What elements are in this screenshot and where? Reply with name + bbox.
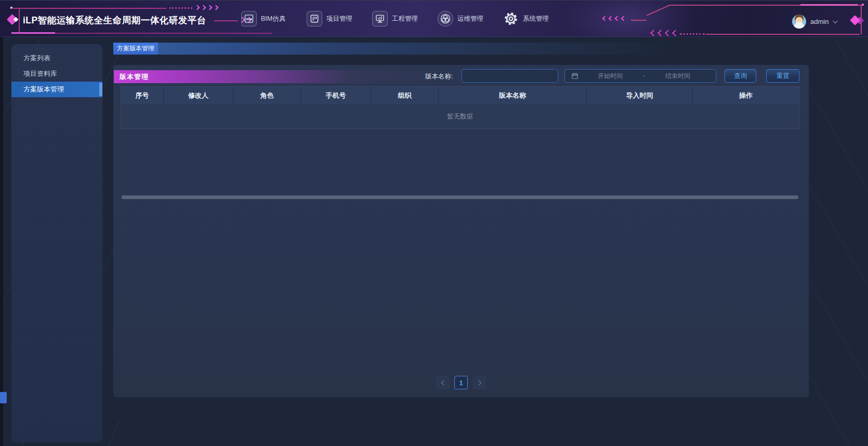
sidebar-menu: 方案列表 项目资料库 方案版本管理: [11, 44, 102, 442]
user-name: admin: [810, 18, 828, 25]
content-panel: 版本管理 版本名称: 开始时间 - 结束时间 查询 重置 序号 修改人 角色 手…: [113, 65, 809, 397]
pagination: 1: [436, 376, 486, 389]
top-nav: BIM BIM仿真 项目管理: [241, 10, 551, 28]
nav-label: 运维管理: [457, 15, 483, 23]
column-header-modifier: 修改人: [164, 87, 233, 104]
venn-circles-icon: [438, 11, 453, 27]
horizontal-scrollbar[interactable]: [122, 195, 798, 199]
column-header-organization: 组织: [371, 87, 439, 104]
monitor-chart-icon: [372, 11, 388, 27]
reset-button[interactable]: 重置: [766, 69, 799, 83]
application-window: iLP智能运输系统全生命周期一体化研发平台 BIM BIM仿真: [0, 0, 868, 446]
pagination-prev-button[interactable]: [436, 376, 450, 389]
version-name-label: 版本名称:: [425, 70, 453, 83]
decor-thick-segment-right: [800, 4, 858, 6]
sidebar-item-plan-list[interactable]: 方案列表: [11, 50, 102, 66]
sidebar-item-plan-version-management[interactable]: 方案版本管理: [11, 82, 102, 97]
nav-item-operations[interactable]: 运维管理: [438, 11, 485, 27]
column-header-role: 角色: [233, 87, 301, 104]
breadcrumb-tab-bar: 方案版本管理: [113, 43, 809, 55]
active-indicator-bar: [99, 83, 102, 96]
diamond-logo-icon: [7, 14, 21, 25]
decor-underline-thin: [55, 33, 272, 34]
decor-line-bottom-right: [706, 34, 860, 35]
bim-icon: BIM: [241, 11, 257, 27]
end-time-placeholder[interactable]: 结束时间: [646, 72, 709, 81]
decor-line-top-right: [669, 5, 861, 6]
kanban-board-icon: [307, 11, 322, 27]
calendar-icon: [571, 72, 578, 80]
decor-dotted-segment: [169, 7, 192, 9]
column-header-import-time: 导入时间: [587, 87, 693, 104]
nav-item-system[interactable]: 系统管理: [503, 11, 551, 27]
column-header-index: 序号: [121, 87, 164, 104]
decor-underline-thick: [11, 32, 55, 34]
sidebar-item-project-repository[interactable]: 项目资料库: [11, 66, 102, 82]
query-button[interactable]: 查询: [725, 69, 756, 83]
user-avatar: [792, 15, 806, 29]
app-title: iLP智能运输系统全生命周期一体化研发平台: [23, 14, 206, 27]
sidebar-item-label: 方案列表: [23, 54, 50, 63]
chevron-down-icon: [833, 18, 838, 23]
decor-line-top-left: [11, 8, 166, 9]
sidebar-item-label: 方案版本管理: [23, 85, 64, 94]
nav-item-project[interactable]: 项目管理: [307, 11, 354, 27]
header-glow-decor: [561, 1, 696, 37]
decor-line-to-nav: [214, 20, 238, 21]
nav-label: BIM仿真: [261, 15, 285, 23]
nav-item-bim[interactable]: BIM BIM仿真: [241, 11, 289, 27]
nav-label: 项目管理: [326, 15, 352, 23]
column-header-phone: 手机号: [301, 87, 371, 104]
pagination-next-button[interactable]: [472, 376, 486, 389]
version-name-input[interactable]: [462, 69, 558, 83]
table-header-row: 序号 修改人 角色 手机号 组织 版本名称 导入时间 操作: [121, 87, 799, 104]
gear-icon: [503, 11, 519, 27]
version-table: 序号 修改人 角色 手机号 组织 版本名称 导入时间 操作 暂无数据: [121, 86, 799, 129]
start-time-placeholder[interactable]: 开始时间: [578, 72, 642, 81]
svg-text:BIM: BIM: [246, 17, 252, 21]
double-diamond-icon: [850, 16, 867, 26]
top-header-bar: iLP智能运输系统全生命周期一体化研发平台 BIM BIM仿真: [0, 1, 868, 37]
table-empty-state: 暂无数据: [121, 104, 799, 128]
date-separator: -: [642, 72, 646, 80]
tab-plan-version-management[interactable]: 方案版本管理: [113, 43, 158, 55]
decor-dot: [10, 7, 12, 9]
chevron-right-icon: [476, 380, 481, 385]
pagination-page-1[interactable]: 1: [454, 376, 468, 389]
chevron-left-icon: [441, 380, 446, 385]
nav-label: 系统管理: [523, 15, 549, 23]
nav-label: 工程管理: [392, 15, 418, 23]
section-title-bar: 版本管理: [114, 70, 472, 83]
column-header-version-name: 版本名称: [439, 87, 587, 104]
screen-edge-strip: [0, 1, 3, 446]
edge-blue-chip: [0, 392, 7, 403]
nav-item-engineering[interactable]: 工程管理: [372, 11, 420, 27]
date-range-picker[interactable]: 开始时间 - 结束时间: [564, 69, 716, 83]
column-header-operation: 操作: [693, 87, 799, 104]
user-menu[interactable]: admin: [792, 15, 836, 29]
section-title: 版本管理: [120, 72, 149, 82]
decor-dot-right: [862, 4, 864, 6]
decor-chevrons-right: [195, 6, 218, 9]
sidebar-item-label: 项目资料库: [23, 69, 57, 78]
